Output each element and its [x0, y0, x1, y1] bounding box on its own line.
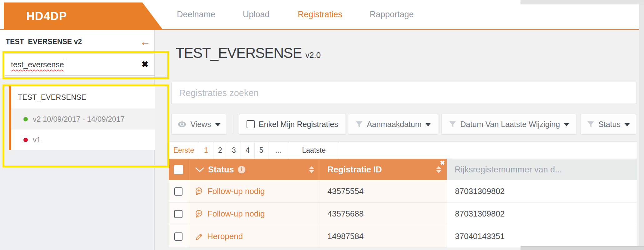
brand-banner: HD4DP	[4, 3, 163, 30]
filter-laatste-wijziging-button[interactable]: Datum Van Laatste Wijziging	[441, 114, 577, 135]
page-title-version: v2.0	[305, 50, 321, 60]
rijksregisternummer: 87031309802	[455, 209, 505, 219]
comment-plus-icon	[194, 187, 203, 196]
sort-icon[interactable]	[309, 166, 314, 173]
filter-funnel-icon	[587, 121, 594, 128]
row-registratie-id-cell: 43575554	[320, 180, 447, 203]
select-all-cell	[169, 159, 188, 180]
column-header-registratie-id[interactable]: Registratie ID ✖	[320, 159, 447, 180]
row-status-cell: Follow-up nodig	[188, 203, 320, 225]
row-select-cell	[169, 203, 188, 225]
nav-upload[interactable]: Upload	[243, 0, 270, 29]
nav-registraties[interactable]: Registraties	[298, 0, 342, 29]
pagination-page-5[interactable]: 5	[255, 142, 268, 159]
row-rijksregisternummer-cell: 87031309802	[447, 180, 637, 203]
eye-icon	[178, 121, 186, 127]
pagination-ellipsis: ...	[268, 142, 289, 159]
page-title-text: TEST_EVERSENSE	[176, 44, 302, 61]
pagination-last[interactable]: Laatste	[289, 142, 339, 159]
column-label: Registratie ID	[327, 165, 382, 175]
column-label: Status	[208, 165, 234, 175]
nav-rapportage[interactable]: Rapportage	[370, 0, 414, 29]
registratie-id: 14987584	[327, 232, 364, 241]
sidebar-search-input[interactable]: test_eversense ✖	[4, 53, 154, 76]
status-link[interactable]: Follow-up nodig	[207, 186, 265, 196]
pagination-page-1[interactable]: 1	[199, 142, 213, 159]
select-all-checkbox[interactable]	[174, 165, 183, 174]
nav-deelname[interactable]: Deelname	[177, 0, 215, 29]
pencil-icon	[194, 232, 203, 241]
filter-funnel-icon	[449, 121, 456, 128]
chevron-down-icon	[215, 123, 220, 126]
row-rijksregisternummer-cell: 37040143351	[447, 225, 637, 248]
comment-plus-icon	[194, 209, 203, 218]
registratie-id: 43575554	[327, 186, 364, 196]
sidebar-search-value: test_eversense	[11, 60, 64, 69]
table-row: Follow-up nodig 43575554 87031309802	[169, 180, 637, 203]
hd4dp-app: Deelname Upload Registraties Rapportage …	[0, 0, 644, 250]
filter-label: Datum Van Laatste Wijziging	[460, 120, 560, 129]
table-row: Follow-up nodig 43575688 87031309802	[169, 203, 637, 225]
status-link[interactable]: Follow-up nodig	[207, 209, 265, 219]
column-label: Rijksregisternummer van d...	[455, 165, 562, 175]
rijksregisternummer: 37040143351	[455, 232, 505, 241]
table-row: Heropend 14987584 37040143351	[169, 225, 637, 248]
row-registratie-id-cell: 14987584	[320, 225, 447, 248]
clear-search-icon[interactable]: ✖	[141, 59, 148, 69]
pagination-page-3[interactable]: 3	[227, 142, 241, 159]
row-checkbox[interactable]	[174, 232, 182, 241]
active-status-dot-icon	[23, 117, 28, 121]
table-header: Status Registratie ID ✖ Rijksregisternum…	[169, 159, 637, 180]
pagination-first[interactable]: Eerste	[169, 142, 199, 159]
row-checkbox[interactable]	[174, 187, 182, 196]
filter-aanmaakdatum-button[interactable]: Aanmaakdatum	[348, 114, 438, 135]
filter-status-button[interactable]: Status	[581, 114, 636, 135]
rijksregisternummer: 87031309802	[455, 186, 505, 196]
row-checkbox[interactable]	[174, 210, 182, 218]
registrations-search-input[interactable]	[171, 82, 637, 104]
back-arrow-icon[interactable]: ←	[140, 36, 151, 48]
only-my-registrations-checkbox[interactable]	[247, 120, 255, 128]
version-label: v2 10/09/2017 - 14/09/2017	[33, 115, 125, 124]
pagination-bar: Eerste 1 2 3 4 5 ... Laatste	[169, 141, 637, 159]
sidebar-registry-title: TEST_EVERSENSE v2	[6, 38, 82, 46]
column-header-rijksregisternummer[interactable]: Rijksregisternummer van d...	[447, 159, 637, 180]
only-my-registrations-label: Enkel Mijn Registraties	[259, 120, 338, 129]
inactive-status-dot-icon	[23, 138, 28, 142]
remove-column-icon[interactable]: ✖	[440, 160, 445, 166]
row-status-cell: Heropend	[188, 225, 320, 248]
row-status-cell: Follow-up nodig	[188, 180, 320, 203]
page-title: TEST_EVERSENSE v2.0	[176, 44, 321, 61]
row-select-cell	[169, 225, 188, 248]
column-header-status[interactable]: Status	[188, 159, 320, 180]
chevron-down-icon	[426, 123, 431, 126]
views-label: Views	[190, 120, 211, 129]
horizontal-scrollbar-thumb[interactable]	[521, 246, 644, 250]
views-dropdown-button[interactable]: Views	[171, 114, 227, 135]
status-link[interactable]: Heropend	[207, 232, 243, 241]
chevron-down-icon	[564, 123, 569, 126]
sort-icon[interactable]	[436, 166, 441, 173]
registry-version-v1[interactable]: v1	[11, 130, 167, 150]
row-rijksregisternummer-cell: 87031309802	[447, 203, 637, 225]
chevron-down-icon	[625, 123, 630, 126]
registry-version-v2[interactable]: v2 10/09/2017 - 14/09/2017	[11, 109, 167, 130]
pagination-page-4[interactable]: 4	[241, 142, 255, 159]
filter-label: Aanmaakdatum	[367, 120, 422, 129]
registry-result-panel: TEST_EVERSENSE v2 10/09/2017 - 14/09/201…	[9, 86, 167, 150]
vertical-scrollbar-track[interactable]	[639, 0, 644, 250]
text-cursor	[65, 59, 65, 70]
filter-label: Status	[598, 120, 621, 129]
pagination-page-2[interactable]: 2	[213, 142, 227, 159]
version-label: v1	[33, 135, 41, 144]
info-icon	[238, 166, 245, 173]
filter-separator	[233, 115, 233, 134]
only-my-registrations-toggle[interactable]: Enkel Mijn Registraties	[239, 114, 346, 135]
brand-logo: HD4DP	[4, 10, 67, 23]
top-scrollbar-thumb[interactable]	[521, 0, 644, 4]
registratie-id: 43575688	[327, 209, 364, 219]
chevron-down-icon	[195, 167, 204, 172]
registry-result-item[interactable]: TEST_EVERSENSE	[11, 86, 167, 109]
row-registratie-id-cell: 43575688	[320, 203, 447, 225]
row-select-cell	[169, 180, 188, 203]
